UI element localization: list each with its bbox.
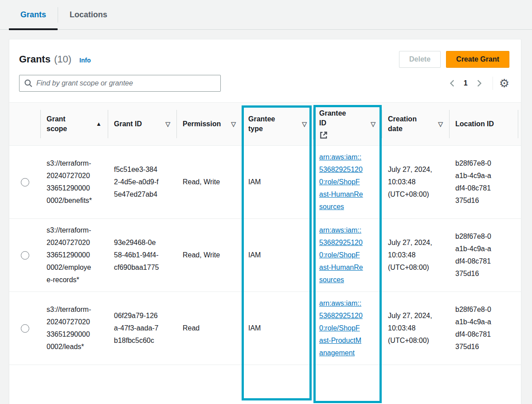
table-row: s3://terraform-2024072702033651290000000… <box>9 292 521 365</box>
sort-icon: ▽ <box>438 119 443 129</box>
header-permission[interactable]: Permission ▽ <box>176 104 242 144</box>
search-input[interactable] <box>36 79 216 87</box>
cell-creation-date: July 27, 2024, 10:03:48 (UTC+08:00) <box>382 304 449 352</box>
pagination: 1 ⚙ <box>447 77 509 90</box>
tab-grants[interactable]: Grants <box>9 0 58 30</box>
cell-grantee-type: IAM <box>242 317 313 340</box>
panel-header: Grants (10) Info Delete Create Grant <box>9 39 521 68</box>
row-radio[interactable] <box>21 251 29 260</box>
delete-button[interactable]: Delete <box>399 51 441 68</box>
grantee-id-link[interactable]: arn:aws:iam::536829251200:role/ShopFast-… <box>319 297 364 359</box>
header-grant-id[interactable]: Grant ID ▽ <box>108 104 176 144</box>
search-box[interactable] <box>19 75 221 92</box>
table-header-row: Grant scope ▲ Grant ID ▽ Permission ▽ Gr… <box>9 102 521 146</box>
grantee-id-link[interactable]: arn:aws:iam::536829251200:role/ShopFast-… <box>319 151 364 213</box>
grantee-id-link[interactable]: arn:aws:iam::536829251200:role/ShopFast-… <box>319 224 364 286</box>
cell-permission: Read, Write <box>176 171 242 194</box>
sort-icon: ▽ <box>165 119 170 129</box>
header-grant-id-label: Grant ID <box>114 119 142 129</box>
page-title: Grants <box>19 54 51 65</box>
tab-locations[interactable]: Locations <box>58 0 119 30</box>
cell-grant-id: 06f29a79-126a-47f3-aada-7b18fbc5c60c <box>108 304 176 352</box>
cell-permission: Read <box>176 317 242 340</box>
cell-grant-scope: s3://terraform-2024072702033651290000000… <box>40 298 108 358</box>
cell-grant-id: f5c51ee3-3842-4d5e-a0d9-f5e47ed27ab4 <box>108 158 176 206</box>
tab-bar: Grants Locations <box>0 0 532 30</box>
sort-icon: ▽ <box>231 119 236 129</box>
cell-grantee-id: arn:aws:iam::536829251200:role/ShopFast-… <box>313 146 382 218</box>
cell-grant-scope: s3://terraform-2024072702033651290000000… <box>40 219 108 291</box>
external-link-icon <box>319 131 328 140</box>
header-grantee-type-label: Grantee type <box>248 114 275 134</box>
cell-grantee-id: arn:aws:iam::536829251200:role/ShopFast-… <box>313 292 382 365</box>
cell-grant-scope: s3://terraform-2024072702033651290000000… <box>40 152 108 212</box>
cell-grantee-type: IAM <box>242 244 313 267</box>
search-icon <box>24 79 33 88</box>
prev-page-button[interactable] <box>447 78 458 89</box>
chevron-right-icon <box>475 79 483 87</box>
cell-creation-date: July 27, 2024, 10:03:48 (UTC+08:00) <box>382 231 449 279</box>
cell-location-id: b28f67e8-0a1b-4c9a-adf4-08c781375d16 <box>449 298 518 358</box>
header-grantee-id[interactable]: Grantee ID ▽ <box>313 103 382 145</box>
row-radio[interactable] <box>21 324 29 333</box>
header-grant-scope[interactable]: Grant scope ▲ <box>40 104 108 144</box>
sort-icon: ▽ <box>302 119 307 129</box>
header-grantee-id-label: Grantee ID <box>319 109 346 127</box>
grants-panel: Grants (10) Info Delete Create Grant 1 <box>9 39 521 404</box>
cell-permission: Read, Write <box>176 244 242 267</box>
cell-creation-date: July 27, 2024, 10:03:48 (UTC+08:00) <box>382 158 449 206</box>
create-grant-button[interactable]: Create Grant <box>446 51 509 68</box>
header-creation-date-label: Creation date <box>388 114 417 134</box>
cell-grantee-type: IAM <box>242 171 313 194</box>
row-radio[interactable] <box>21 178 29 186</box>
tab-locations-label: Locations <box>70 10 107 19</box>
header-select-column <box>9 104 40 144</box>
table-row: s3://terraform-2024072702033651290000000… <box>9 219 521 292</box>
header-grantee-type[interactable]: Grantee type ▽ <box>242 104 313 144</box>
header-grant-scope-label: Grant scope <box>47 114 67 134</box>
header-location-id[interactable]: Location ID <box>449 104 518 144</box>
current-page[interactable]: 1 <box>464 79 468 87</box>
header-creation-date[interactable]: Creation date ▽ <box>382 104 449 144</box>
header-location-id-label: Location ID <box>455 119 494 129</box>
table-toolbar: 1 ⚙ <box>9 68 521 92</box>
pager-divider <box>493 77 493 90</box>
header-permission-label: Permission <box>183 119 221 129</box>
settings-gear-icon[interactable]: ⚙ <box>499 78 509 89</box>
table-row: s3://terraform-2024072702033651290000000… <box>9 146 521 219</box>
cell-location-id: b28f67e8-0a1b-4c9a-adf4-08c781375d16 <box>449 225 518 285</box>
tab-grants-label: Grants <box>20 10 46 19</box>
chevron-left-icon <box>449 79 457 87</box>
next-page-button[interactable] <box>473 78 485 89</box>
info-link[interactable]: Info <box>79 57 91 64</box>
grants-count: (10) <box>54 54 71 65</box>
sort-icon: ▽ <box>371 119 376 129</box>
cell-location-id: b28f67e8-0a1b-4c9a-adf4-08c781375d16 <box>449 152 518 212</box>
cell-grantee-id: arn:aws:iam::536829251200:role/ShopFast-… <box>313 219 382 291</box>
cell-grant-id: 93e29468-0e58-46b1-94f4-cf690baa1775 <box>108 231 176 279</box>
grants-table: Grant scope ▲ Grant ID ▽ Permission ▽ Gr… <box>9 102 521 365</box>
sort-ascending-icon: ▲ <box>96 119 102 129</box>
header-stub-column <box>518 104 530 144</box>
